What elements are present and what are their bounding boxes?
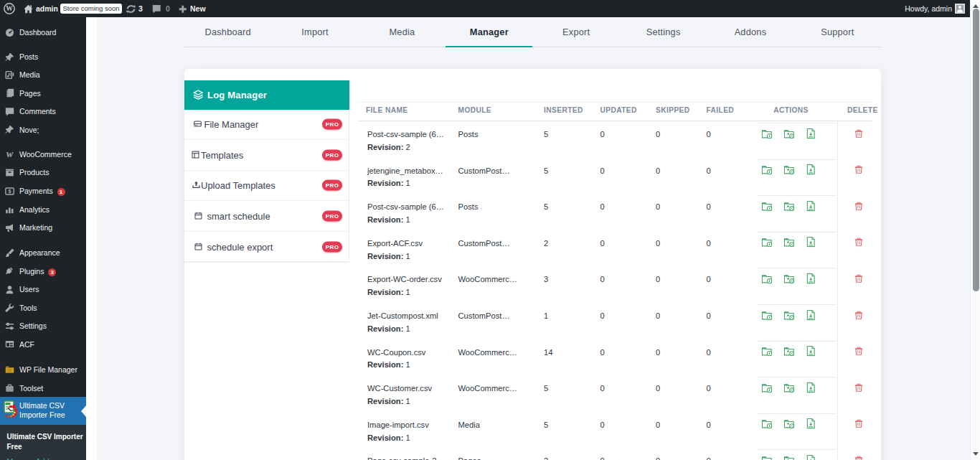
svg-text:$: $ <box>8 188 11 194</box>
svg-text:w: w <box>6 149 14 159</box>
svg-text:W: W <box>6 5 13 12</box>
